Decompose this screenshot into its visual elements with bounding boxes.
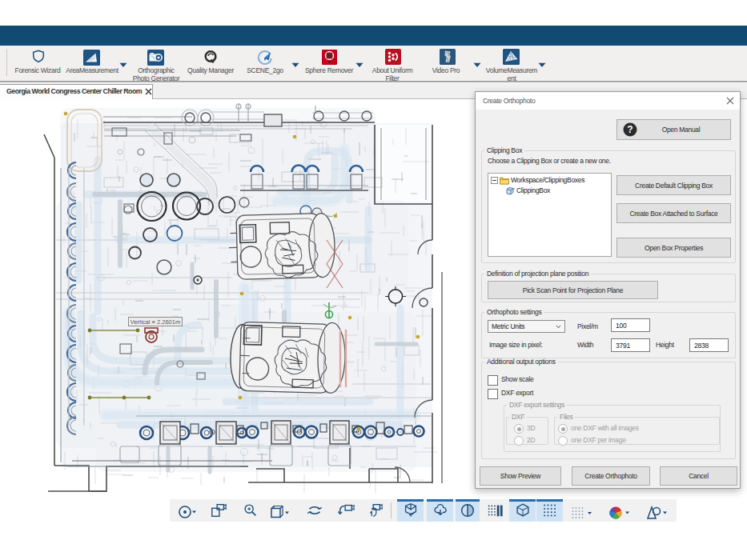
svg-text:?: ? (627, 124, 633, 135)
